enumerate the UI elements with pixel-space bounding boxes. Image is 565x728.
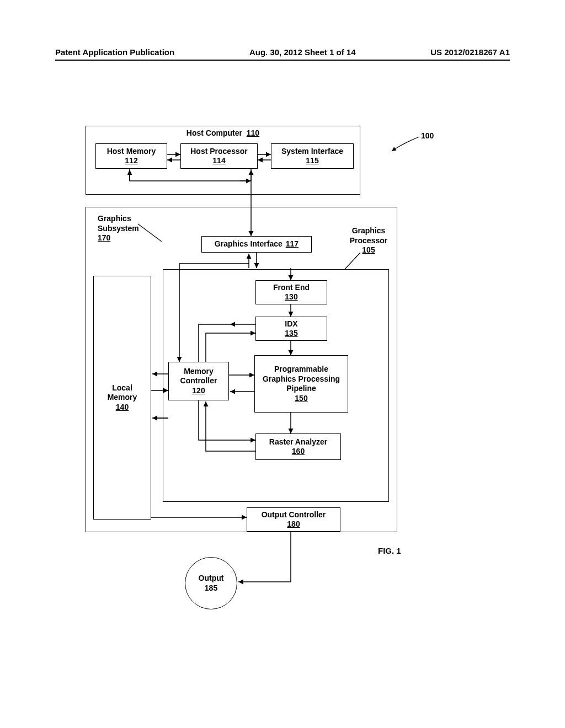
pipeline-block: Programmable Graphics Processing Pipelin…: [254, 355, 348, 413]
host-memory-label: Host Memory: [107, 147, 156, 157]
graphics-interface-num: 117: [286, 239, 299, 249]
memory-controller-num: 120: [192, 386, 205, 396]
memory-controller-block: Memory Controller 120: [168, 362, 229, 400]
output-controller-num: 180: [287, 520, 300, 529]
figure-1-diagram: 100 Host Computer 110 Host Memory 112 Ho…: [86, 121, 483, 618]
graphics-subsystem-label-wrap: Graphics Subsystem 170: [98, 214, 158, 243]
header-center: Aug. 30, 2012 Sheet 1 of 14: [249, 47, 356, 57]
idx-num: 135: [285, 329, 297, 339]
pipeline-label: Programmable Graphics Processing Pipelin…: [258, 365, 344, 394]
header-left: Patent Application Publication: [55, 47, 174, 57]
system-interface-block: System Interface 115: [271, 143, 354, 169]
host-processor-num: 114: [212, 156, 225, 166]
figure-label: FIG. 1: [378, 546, 401, 555]
header-rule: [55, 60, 510, 61]
graphics-processor-label-wrap: Graphics Processor 105: [344, 226, 393, 255]
idx-block: IDX 135: [255, 317, 327, 341]
graphics-processor-num: 105: [362, 245, 375, 254]
graphics-subsystem-num: 170: [98, 233, 110, 242]
idx-label: IDX: [285, 319, 297, 329]
host-memory-block: Host Memory 112: [95, 143, 167, 169]
host-computer-num: 110: [247, 129, 259, 137]
memory-controller-label: Memory Controller: [172, 367, 225, 386]
system-interface-label: System Interface: [281, 147, 343, 157]
output-controller-block: Output Controller 180: [247, 507, 340, 532]
system-interface-num: 115: [306, 156, 318, 166]
local-memory-block: Local Memory 140: [93, 276, 151, 520]
local-memory-num: 140: [116, 403, 129, 413]
pipeline-num: 150: [295, 394, 307, 404]
output-num: 185: [205, 584, 217, 593]
front-end-num: 130: [285, 292, 297, 302]
raster-analyzer-num: 160: [292, 447, 305, 457]
raster-analyzer-block: Raster Analyzer 160: [255, 433, 341, 460]
front-end-label: Front End: [273, 283, 310, 293]
local-memory-label: Local Memory: [97, 383, 147, 403]
graphics-interface-block: Graphics Interface 117: [201, 236, 312, 253]
graphics-subsystem-label: Graphics Subsystem: [98, 214, 139, 233]
host-processor-block: Host Processor 114: [180, 143, 258, 169]
system-ref-label: 100: [421, 131, 434, 141]
host-memory-num: 112: [125, 156, 137, 166]
output-block: Output 185: [185, 557, 237, 609]
front-end-block: Front End 130: [255, 280, 327, 304]
output-label: Output: [199, 574, 224, 584]
raster-analyzer-label: Raster Analyzer: [269, 437, 327, 447]
graphics-processor-label: Graphics Processor: [350, 226, 387, 245]
header-right: US 2012/0218267 A1: [430, 47, 510, 57]
graphics-interface-label: Graphics Interface: [215, 239, 282, 249]
page-header: Patent Application Publication Aug. 30, …: [55, 47, 510, 57]
output-controller-label: Output Controller: [262, 510, 326, 520]
host-processor-label: Host Processor: [190, 147, 247, 157]
host-computer-label: Host Computer: [186, 129, 242, 137]
